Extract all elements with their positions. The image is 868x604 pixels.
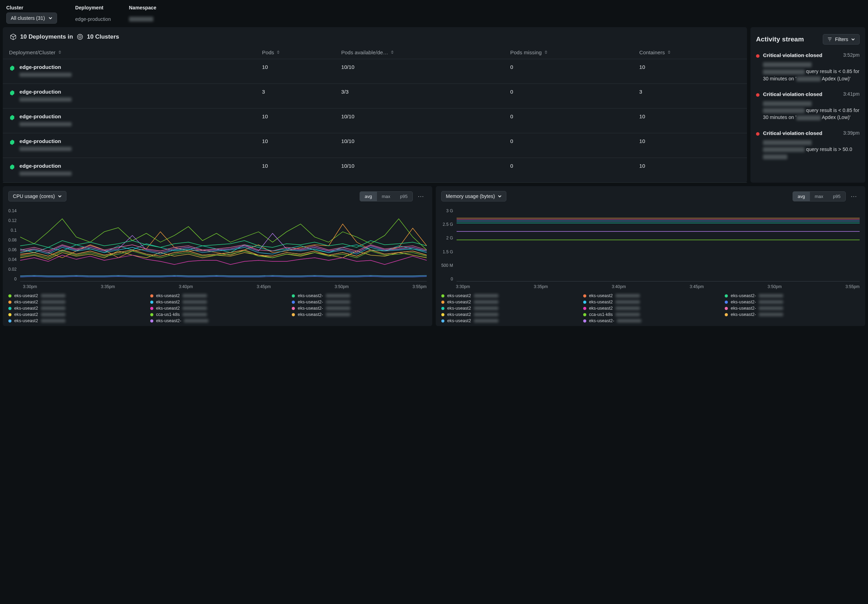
activity-event[interactable]: Critical violation closed 3:41pm query r…: [756, 91, 860, 121]
cluster-dropdown[interactable]: All clusters (31): [6, 12, 57, 24]
cell-containers: 10: [633, 59, 747, 84]
cell-pods: 10: [256, 109, 335, 133]
table-row[interactable]: edge-production 10 10/10 0 10: [3, 133, 747, 158]
cell-pods-avail: 10/10: [335, 133, 504, 158]
filter-cluster-label: Cluster: [6, 5, 57, 11]
chart-more-button[interactable]: ⋯: [415, 193, 427, 200]
severity-dot: [756, 93, 760, 97]
legend-label: eks-useast2: [156, 306, 180, 311]
cell-pods-avail: 10/10: [335, 158, 504, 183]
legend-item[interactable]: eks-useast2: [441, 312, 576, 317]
chevron-down-icon: [498, 194, 502, 198]
col-header[interactable]: Pods: [256, 46, 335, 59]
legend-label: eks-useast2: [14, 293, 38, 298]
charts-row: CPU usage (cores) avgmaxp95 ⋯ 0.140.120.…: [3, 186, 865, 326]
severity-dot: [756, 132, 760, 136]
legend-label: eks-useast2: [589, 293, 613, 298]
legend-item[interactable]: [292, 318, 427, 323]
legend-item[interactable]: eks-useast2-: [725, 306, 860, 311]
legend-item[interactable]: eks-useast2: [8, 318, 143, 323]
legend-item[interactable]: eks-useast2: [583, 306, 718, 311]
legend-item[interactable]: eks-useast2: [8, 312, 143, 317]
legend-swatch: [725, 294, 728, 298]
col-header[interactable]: Pods available/de…: [335, 46, 504, 59]
cluster-name: [20, 121, 71, 127]
legend-item[interactable]: eks-useast2-: [292, 312, 427, 317]
legend-item[interactable]: eks-useast2-: [292, 293, 427, 298]
legend-swatch: [441, 301, 445, 304]
table-row[interactable]: edge-production 3 3/3 0 3: [3, 84, 747, 109]
cell-pods-avail: 10/10: [335, 59, 504, 84]
cell-pods: 10: [256, 59, 335, 84]
legend-item[interactable]: eks-useast2: [150, 300, 285, 304]
activity-event[interactable]: Critical violation closed 3:52pm query r…: [756, 52, 860, 82]
table-row[interactable]: edge-production 10 10/10 0 10: [3, 59, 747, 84]
filter-deployment-label: Deployment: [75, 5, 111, 11]
legend-label: eks-useast2-: [298, 293, 323, 298]
legend-item[interactable]: eks-useast2: [441, 318, 576, 323]
col-header[interactable]: Pods missing: [504, 46, 633, 59]
table-row[interactable]: edge-production 10 10/10 0 10: [3, 158, 747, 183]
legend-label: eks-useast2: [14, 300, 38, 304]
agg-p95-button[interactable]: p95: [828, 192, 845, 201]
agg-avg-button[interactable]: avg: [360, 192, 377, 201]
legend-label: cca-us1-k8s: [156, 312, 180, 317]
chart-title-dropdown[interactable]: Memory usage (bytes): [441, 191, 506, 202]
hexagon-icon: [9, 65, 15, 71]
legend-item[interactable]: eks-useast2-: [725, 312, 860, 317]
col-header[interactable]: Containers: [633, 46, 747, 59]
legend-swatch: [8, 313, 11, 316]
legend-item[interactable]: eks-useast2: [8, 293, 143, 298]
legend-item[interactable]: eks-useast2-: [292, 300, 427, 304]
legend-label: eks-useast2: [14, 312, 38, 317]
legend-item[interactable]: eks-useast2: [441, 293, 576, 298]
legend-item[interactable]: eks-useast2-: [150, 318, 285, 323]
legend-item[interactable]: eks-useast2-: [725, 293, 860, 298]
legend-item[interactable]: eks-useast2: [441, 306, 576, 311]
legend-item[interactable]: eks-useast2-: [292, 306, 427, 311]
chart-more-button[interactable]: ⋯: [848, 193, 860, 200]
legend-item[interactable]: eks-useast2: [150, 293, 285, 298]
legend-item[interactable]: eks-useast2: [583, 293, 718, 298]
agg-max-button[interactable]: max: [810, 192, 828, 201]
agg-avg-button[interactable]: avg: [793, 192, 810, 201]
col-header[interactable]: Deployment/Cluster: [3, 46, 256, 59]
legend-item[interactable]: eks-useast2: [441, 300, 576, 304]
table-row[interactable]: edge-production 10 10/10 0 10: [3, 109, 747, 133]
sort-icon: [59, 50, 62, 54]
activity-panel: Activity stream Filters Critical violati…: [750, 27, 865, 183]
legend-item[interactable]: eks-useast2: [8, 306, 143, 311]
legend-item[interactable]: eks-useast2: [583, 300, 718, 304]
event-title: Critical violation closed: [763, 91, 822, 97]
activity-event[interactable]: Critical violation closed 3:39pm query r…: [756, 130, 860, 160]
chart-title-dropdown[interactable]: CPU usage (cores): [8, 191, 67, 202]
legend-item[interactable]: eks-useast2-: [583, 318, 718, 323]
cell-pods: 10: [256, 133, 335, 158]
filters-button[interactable]: Filters: [823, 34, 860, 45]
agg-p95-button[interactable]: p95: [395, 192, 412, 201]
cell-containers: 10: [633, 109, 747, 133]
legend-item[interactable]: cca-us1-k8s: [583, 312, 718, 317]
legend-swatch: [292, 313, 295, 316]
legend-label: eks-useast2: [447, 293, 471, 298]
event-description: query result is < 0.85 for 30 minutes on…: [763, 61, 860, 82]
legend-swatch: [583, 319, 586, 323]
legend-item[interactable]: eks-useast2-: [725, 300, 860, 304]
svg-point-1: [79, 36, 81, 38]
deployments-table-head: Deployment/ClusterPodsPods available/de……: [3, 46, 747, 59]
legend-item[interactable]: cca-us1-k8s: [150, 312, 285, 317]
legend-swatch: [441, 313, 445, 316]
hexagon-icon: [9, 164, 15, 170]
legend-swatch: [725, 301, 728, 304]
severity-dot: [756, 54, 760, 58]
agg-max-button[interactable]: max: [377, 192, 395, 201]
chevron-down-icon: [58, 194, 62, 198]
deployments-panel: 10 Deployments in 10 Clusters Deployment…: [3, 27, 747, 183]
cell-pods-avail: 3/3: [335, 84, 504, 109]
legend-label: eks-useast2: [447, 312, 471, 317]
legend-label: eks-useast2-: [589, 318, 614, 323]
event-time: 3:41pm: [843, 91, 860, 97]
legend-item[interactable]: [725, 318, 860, 323]
legend-item[interactable]: eks-useast2: [150, 306, 285, 311]
legend-item[interactable]: eks-useast2: [8, 300, 143, 304]
